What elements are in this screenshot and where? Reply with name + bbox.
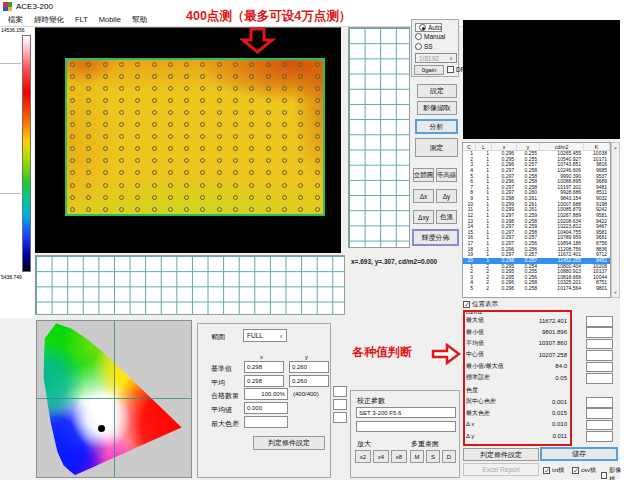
measure-point <box>152 183 157 188</box>
average-y-field[interactable]: 0.260 <box>289 375 329 387</box>
measure-point <box>315 170 320 175</box>
col-header-C[interactable]: C <box>463 143 476 150</box>
measure-point <box>233 86 238 91</box>
save-button[interactable]: 儲存 <box>540 447 618 461</box>
save-check-0[interactable]: ✓txt檔 <box>543 466 564 475</box>
maxdiff-indicator-box <box>333 412 347 423</box>
luminance-heatmap[interactable] <box>65 58 325 216</box>
measure-point <box>282 134 287 139</box>
measure-point <box>86 183 91 188</box>
position-display-checkbox[interactable]: ✓位置表示 <box>463 300 498 309</box>
gain-button[interactable]: 0gain <box>414 65 444 75</box>
average-value-field[interactable]: 0.000 <box>244 402 288 414</box>
measure-point <box>298 110 303 115</box>
zoom-label: 放大 <box>357 439 371 449</box>
mode-button-0-1[interactable]: 等高線 <box>436 168 457 182</box>
col-header-y[interactable]: y <box>517 143 540 150</box>
save-check-1[interactable]: ✓csv檔 <box>572 466 596 475</box>
col-header-K[interactable]: K <box>584 143 610 150</box>
menu-item-1[interactable]: 經時變化 <box>34 15 64 25</box>
radio-ss[interactable]: SS <box>415 43 433 50</box>
measure-point <box>152 98 157 103</box>
scroll-down-icon[interactable]: ▼ <box>612 290 619 295</box>
measure-point <box>298 122 303 127</box>
measure-point <box>298 146 303 151</box>
measure-point <box>70 98 75 103</box>
mode-button-1-0[interactable]: Δx <box>413 189 434 203</box>
annotation-down-arrow <box>240 27 276 54</box>
zoom-x8-button[interactable]: x8 <box>391 450 407 463</box>
measure-point <box>233 195 238 200</box>
calibration-set-field[interactable]: SET 3-200 F5.6 <box>356 407 456 418</box>
mode-button-0-0[interactable]: 立體圖 <box>413 168 434 182</box>
judge-condition-button[interactable]: 判定條件設定 <box>253 436 325 450</box>
scroll-up-icon[interactable]: ▲ <box>612 145 619 150</box>
measure-point <box>168 74 173 79</box>
measure-point <box>282 170 287 175</box>
menu-item-4[interactable]: 幫助 <box>132 15 147 25</box>
table-row[interactable]: 520.2960.25810174.5649801 <box>463 286 610 292</box>
menu-item-2[interactable]: FLT <box>75 15 88 24</box>
mode-button-1-1[interactable]: Δy <box>436 189 457 203</box>
measure-point <box>249 74 254 79</box>
col-header-cd/m2[interactable]: cd/m2 <box>540 143 584 150</box>
pass-percent-field[interactable]: 100.00% <box>244 388 288 400</box>
settings-button[interactable]: 設定 <box>417 84 457 98</box>
mode-button-2-0[interactable]: Δxy <box>413 210 434 224</box>
multi-S-button[interactable]: S <box>426 450 440 463</box>
table-scrollbar[interactable]: ▲▼ <box>611 142 620 298</box>
measure-point <box>184 183 189 188</box>
range-select[interactable]: FULL∨ <box>243 329 287 342</box>
scale-max-label: 14536.156 <box>1 27 25 33</box>
reference-x-field[interactable]: 0.298 <box>244 361 284 373</box>
radio-manual[interactable]: Manual <box>415 33 445 40</box>
col-header-L[interactable]: L <box>476 143 492 150</box>
measure-point <box>103 183 108 188</box>
measure-point <box>217 146 222 151</box>
judgement-box <box>586 316 613 327</box>
measurement-image-canvas[interactable] <box>35 27 341 253</box>
average-value-label: 平均値 <box>211 405 232 415</box>
measure-point <box>298 134 303 139</box>
measure-point <box>103 86 108 91</box>
measure-point <box>266 74 271 79</box>
measure-point <box>200 146 205 151</box>
measure-point <box>184 74 189 79</box>
measure-point <box>119 170 124 175</box>
measure-point <box>200 207 205 212</box>
analyze-button[interactable]: 分析 <box>415 119 458 134</box>
measurement-table[interactable]: CLxycd/m2K 110.2960.25510265.45510038210… <box>462 142 611 298</box>
calibration-empty-field[interactable] <box>356 421 456 432</box>
measure-point <box>70 183 75 188</box>
measure-point <box>86 207 91 212</box>
measure-point <box>315 134 320 139</box>
multi-D-button[interactable]: D <box>442 450 456 463</box>
measure-point <box>168 110 173 115</box>
mode-button-2-1[interactable]: 色溫 <box>436 210 457 224</box>
multi-M-button[interactable]: M <box>410 450 424 463</box>
excel-report-button[interactable]: Excel Report <box>463 463 539 476</box>
col-header-x[interactable]: x <box>492 143 517 150</box>
zoom-x2-button[interactable]: x2 <box>355 450 371 463</box>
average-x-field[interactable]: 0.298 <box>244 375 284 387</box>
judgement-box <box>586 420 613 431</box>
zoom-x4-button[interactable]: x4 <box>373 450 389 463</box>
menu-item-3[interactable]: Mobile <box>99 15 121 24</box>
annotation-values-note: 各种值判断 <box>352 344 412 361</box>
pass-count-label: 合格數量 <box>211 391 239 401</box>
measure-point <box>266 86 271 91</box>
max-colordiff-field[interactable] <box>244 416 288 428</box>
judge-condition-button-2[interactable]: 判定條件設定 <box>463 448 539 461</box>
measure-button[interactable]: 測定 <box>415 138 458 157</box>
measure-point <box>249 86 254 91</box>
reference-y-field[interactable]: 0.260 <box>289 361 329 373</box>
measure-point <box>184 62 189 67</box>
image-capture-button[interactable]: 影像擷取 <box>417 101 457 115</box>
luminance-distribution-button[interactable]: 輝度分佈 <box>412 229 459 246</box>
exposure-select[interactable]: 1/8192∨ <box>415 53 457 63</box>
save-check-2[interactable]: 影像檔 <box>601 466 624 480</box>
menu-item-0[interactable]: 檔案 <box>8 15 23 25</box>
radio-auto[interactable]: Auto <box>415 23 442 32</box>
measure-point <box>103 122 108 127</box>
measure-point <box>249 170 254 175</box>
